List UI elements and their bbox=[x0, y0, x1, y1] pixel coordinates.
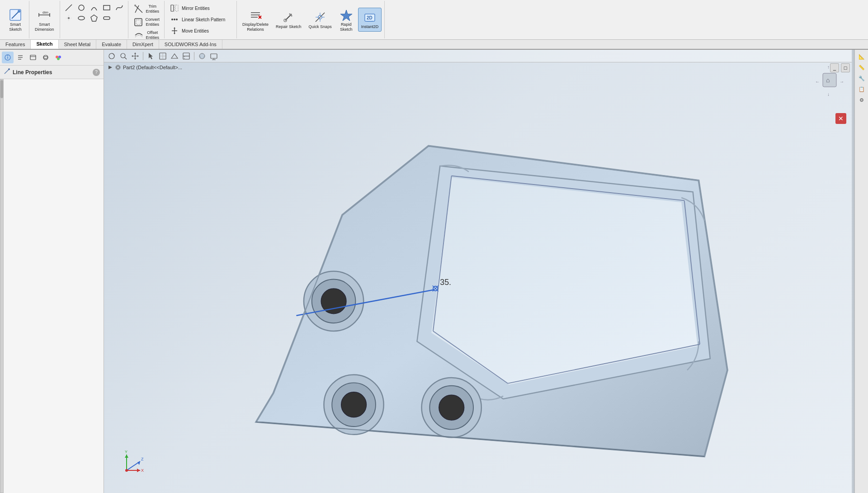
rapid-sketch-label: RapidSketch bbox=[340, 22, 353, 32]
toolbar-group-mirror: Mirror Entities Linear Sketch Pattern Mo… bbox=[165, 1, 237, 38]
toolbar-group-dimension: dim SmartDimension bbox=[29, 1, 60, 38]
mirror-entities-button[interactable]: Mirror Entities bbox=[168, 3, 233, 14]
viewport-resize-handle[interactable] bbox=[852, 50, 854, 493]
svg-point-2 bbox=[18, 10, 20, 13]
scrollbar-thumb[interactable] bbox=[0, 80, 3, 98]
vp-view-icon[interactable] bbox=[158, 51, 168, 61]
sketch-icon bbox=[8, 8, 23, 22]
svg-point-54 bbox=[57, 57, 60, 60]
tab-features[interactable]: Features bbox=[0, 40, 31, 49]
right-panel-icon1[interactable]: 📐 bbox=[857, 52, 867, 62]
convert-entities-button[interactable]: ConvertEntities bbox=[131, 16, 162, 28]
panel-help-button[interactable]: ? bbox=[93, 69, 100, 76]
svg-point-58 bbox=[121, 53, 125, 58]
model-svg: 35. bbox=[122, 77, 850, 479]
tab-sheet-metal[interactable]: Sheet Metal bbox=[59, 40, 97, 49]
right-panel-icon5[interactable]: ⚙ bbox=[857, 95, 867, 105]
viewport-toolbar bbox=[104, 50, 854, 62]
right-panel-icon3[interactable]: 🔧 bbox=[857, 73, 867, 83]
line-tool-button[interactable] bbox=[63, 3, 75, 13]
panel-tree-icon[interactable] bbox=[14, 52, 26, 63]
svg-marker-64 bbox=[149, 53, 153, 59]
svg-rect-9 bbox=[104, 5, 110, 10]
linear-sketch-pattern-label: Linear Sketch Pattern bbox=[182, 17, 225, 22]
svg-point-13 bbox=[78, 16, 85, 20]
quick-snaps-button[interactable]: Quick Snaps bbox=[306, 8, 335, 31]
move-entities-label: Move Entities bbox=[182, 28, 209, 33]
vp-select-icon[interactable] bbox=[146, 51, 156, 61]
repair-sketch-button[interactable]: Repair Sketch bbox=[273, 8, 304, 31]
polygon-tool-button[interactable] bbox=[88, 13, 100, 23]
vp-rotate-icon[interactable] bbox=[107, 51, 117, 61]
part-gear-icon bbox=[115, 64, 121, 71]
rectangle-tool-button[interactable] bbox=[101, 3, 113, 13]
draw-tools-row1 bbox=[63, 3, 125, 13]
vp-perspective-icon[interactable] bbox=[170, 51, 179, 61]
move-entities-button[interactable]: Move Entities bbox=[168, 25, 233, 36]
svg-text:↑: ↑ bbox=[827, 65, 830, 70]
repair-sketch-icon bbox=[281, 10, 296, 24]
svg-point-24 bbox=[176, 19, 178, 20]
svg-rect-15 bbox=[104, 17, 110, 19]
svg-marker-62 bbox=[132, 55, 133, 57]
tab-evaluate[interactable]: Evaluate bbox=[96, 40, 127, 49]
draw-tools-row2 bbox=[63, 13, 125, 23]
smart-dimension-button[interactable]: dim SmartDimension bbox=[32, 6, 57, 34]
slot-tool-button[interactable] bbox=[101, 13, 113, 23]
rapid-sketch-icon bbox=[339, 8, 354, 22]
display-delete-relations-button[interactable]: Display/DeleteRelations bbox=[240, 6, 271, 34]
svg-rect-49 bbox=[30, 55, 36, 60]
smart-dimension-label: SmartDimension bbox=[35, 22, 54, 32]
panel-scrollbar[interactable] bbox=[0, 79, 4, 493]
display-delete-label: Display/DeleteRelations bbox=[242, 22, 269, 32]
circle-tool-button[interactable] bbox=[75, 3, 87, 13]
panel-title: Line Properties bbox=[13, 69, 90, 76]
vp-pan-icon[interactable] bbox=[130, 51, 140, 61]
panel-properties-icon[interactable] bbox=[2, 52, 14, 63]
vp-sep1 bbox=[143, 52, 143, 60]
close-sketch-button[interactable]: ✕ bbox=[835, 113, 846, 124]
svg-point-84 bbox=[439, 395, 464, 420]
smart-sketch-button[interactable]: SmartSketch bbox=[5, 6, 26, 34]
viewport[interactable]: Part2 (Default<<Default>... bbox=[104, 50, 854, 493]
right-panel: 📐 📏 🔧 📋 ⚙ bbox=[854, 50, 868, 493]
svg-text:X: X bbox=[141, 468, 144, 473]
trim-entities-button[interactable]: TrimEntities bbox=[131, 3, 162, 15]
spline-tool-button[interactable] bbox=[113, 3, 125, 13]
svg-line-55 bbox=[5, 69, 9, 74]
svg-point-22 bbox=[171, 19, 173, 20]
svg-text:↓: ↓ bbox=[827, 92, 830, 97]
point-tool-button[interactable] bbox=[63, 13, 75, 23]
panel-config-icon[interactable] bbox=[27, 52, 39, 63]
model-area: 35. bbox=[122, 77, 850, 479]
tab-addins[interactable]: SOLIDWORKS Add-Ins bbox=[159, 40, 222, 49]
rapid-sketch-button[interactable]: RapidSketch bbox=[336, 6, 356, 34]
panel-color-icon[interactable] bbox=[52, 52, 64, 63]
view-cube[interactable]: ↑ ↓ ← → ⌂ bbox=[811, 63, 848, 100]
tab-sketch[interactable]: Sketch bbox=[31, 40, 58, 49]
ellipse-tool-button[interactable] bbox=[75, 13, 87, 23]
panel-top-icons bbox=[0, 50, 104, 66]
instant2d-button[interactable]: 2D Instant2D bbox=[358, 8, 382, 32]
right-panel-icon4[interactable]: 📋 bbox=[857, 84, 867, 94]
arc-tool-button[interactable] bbox=[88, 3, 100, 13]
panel-display-icon[interactable] bbox=[40, 52, 52, 63]
vp-shading-icon[interactable] bbox=[197, 51, 207, 61]
svg-point-16 bbox=[134, 5, 136, 6]
svg-marker-95 bbox=[137, 469, 140, 472]
linear-sketch-pattern-button[interactable]: Linear Sketch Pattern bbox=[168, 14, 233, 25]
instant2d-icon: 2D bbox=[363, 10, 377, 24]
svg-text:dim: dim bbox=[42, 10, 48, 14]
svg-marker-63 bbox=[137, 55, 139, 57]
display-delete-icon bbox=[248, 8, 263, 22]
vp-section-icon[interactable] bbox=[181, 51, 191, 61]
right-panel-icon2[interactable]: 📏 bbox=[857, 62, 867, 72]
svg-marker-73 bbox=[108, 66, 112, 69]
svg-line-7 bbox=[66, 5, 72, 11]
vp-zoom-icon[interactable] bbox=[118, 51, 128, 61]
main-layout: Line Properties ? Message ▲ Edit the set… bbox=[0, 50, 868, 493]
tab-dimxpert[interactable]: DimXpert bbox=[127, 40, 159, 49]
quick-snaps-label: Quick Snaps bbox=[309, 24, 332, 29]
svg-point-96 bbox=[125, 469, 128, 472]
vp-display-icon[interactable] bbox=[209, 51, 219, 61]
